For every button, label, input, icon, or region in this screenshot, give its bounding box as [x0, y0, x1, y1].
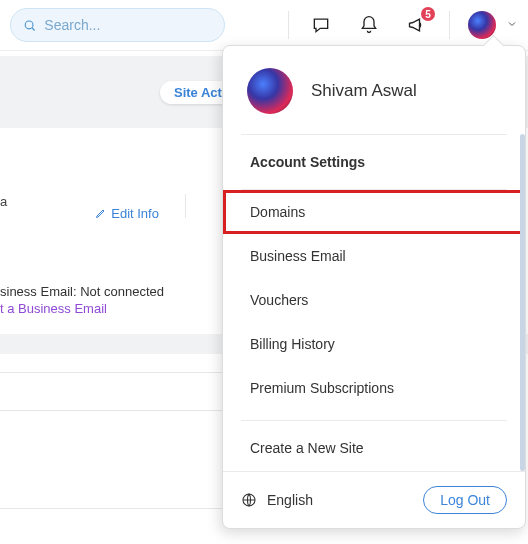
search-icon — [23, 18, 36, 33]
bell-icon — [359, 15, 379, 35]
menu-create-site[interactable]: Create a New Site — [223, 421, 525, 470]
user-name: Shivam Aswal — [311, 81, 417, 101]
panel-header: Shivam Aswal — [223, 46, 525, 134]
svg-point-0 — [25, 21, 33, 29]
bell-button[interactable] — [349, 9, 389, 41]
menu-vouchers[interactable]: Vouchers — [223, 278, 525, 322]
menu-help-center[interactable]: Help Center — [223, 470, 525, 471]
search-input[interactable] — [44, 17, 212, 33]
panel-scroll: Account Settings Domains Business Email … — [223, 134, 525, 471]
menu-business-email[interactable]: Business Email — [223, 234, 525, 278]
edit-info-link[interactable]: Edit Info — [95, 194, 159, 232]
announce-button[interactable]: 5 — [397, 9, 437, 41]
top-header: 5 — [0, 0, 528, 51]
notification-badge: 5 — [421, 7, 435, 21]
divider — [449, 11, 450, 39]
logout-button[interactable]: Log Out — [423, 486, 507, 514]
edit-info-label: Edit Info — [111, 206, 159, 221]
menu-domains[interactable]: Domains — [223, 190, 525, 234]
chevron-down-icon[interactable] — [506, 17, 518, 33]
menu-premium-subscriptions[interactable]: Premium Subscriptions — [223, 366, 525, 410]
text-fragment: a — [0, 194, 7, 232]
globe-icon — [241, 492, 257, 508]
language-selector[interactable]: English — [241, 492, 313, 508]
menu-billing-history[interactable]: Billing History — [223, 322, 525, 366]
chat-button[interactable] — [301, 9, 341, 41]
pencil-icon — [95, 207, 107, 219]
panel-footer: English Log Out — [223, 471, 525, 528]
divider — [185, 194, 186, 218]
svg-line-1 — [32, 27, 34, 29]
search-input-container[interactable] — [10, 8, 225, 42]
panel-avatar — [247, 68, 293, 114]
user-menu-panel: Shivam Aswal Account Settings Domains Bu… — [222, 45, 526, 529]
divider — [288, 11, 289, 39]
language-label: English — [267, 492, 313, 508]
chat-icon — [311, 15, 331, 35]
menu-account-settings[interactable]: Account Settings — [223, 135, 525, 189]
